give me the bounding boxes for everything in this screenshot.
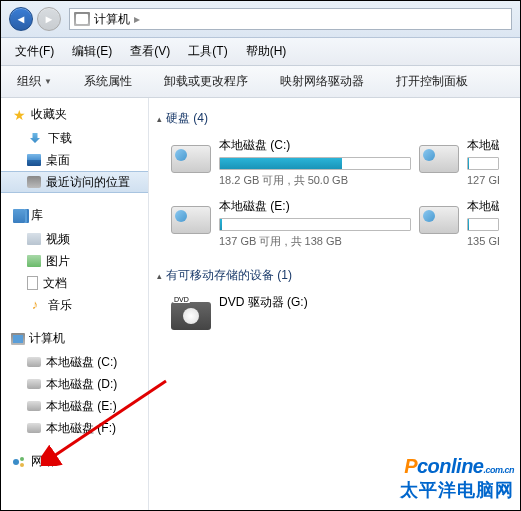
sidebar-item-drive-d[interactable]: 本地磁盘 (D:) <box>1 373 148 395</box>
drive-dvd[interactable]: DVD 驱动器 (G:) <box>171 294 411 332</box>
svg-point-1 <box>20 457 24 461</box>
sidebar-item-downloads[interactable]: 下载 <box>1 127 148 149</box>
dvd-drive-icon <box>171 302 211 330</box>
documents-icon <box>27 276 38 290</box>
sidebar-network-header[interactable]: 网络 <box>1 451 148 474</box>
menu-tools[interactable]: 工具(T) <box>180 41 235 62</box>
sidebar-item-drive-e[interactable]: 本地磁盘 (E:) <box>1 395 148 417</box>
star-icon: ★ <box>11 107 27 123</box>
recent-places-icon <box>27 176 41 188</box>
sidebar-item-desktop[interactable]: 桌面 <box>1 149 148 171</box>
sidebar-favorites-header[interactable]: ★ 收藏夹 <box>1 104 148 127</box>
libraries-icon <box>11 208 27 224</box>
drive-c[interactable]: 本地磁盘 (C:) 18.2 GB 可用 , 共 50.0 GB <box>171 137 411 188</box>
content-pane: ▴ 硬盘 (4) 本地磁盘 (C:) 18.2 GB 可用 , 共 50.0 G… <box>149 98 520 510</box>
videos-icon <box>27 233 41 245</box>
sidebar-item-drive-f[interactable]: 本地磁盘 (F:) <box>1 417 148 439</box>
sidebar-item-videos[interactable]: 视频 <box>1 228 148 250</box>
download-icon <box>27 130 43 146</box>
sidebar-computer-header[interactable]: 计算机 <box>1 328 148 351</box>
sidebar-item-documents[interactable]: 文档 <box>1 272 148 294</box>
drive-icon <box>27 379 41 389</box>
sidebar-item-drive-c[interactable]: 本地磁盘 (C:) <box>1 351 148 373</box>
desktop-icon <box>27 154 41 166</box>
computer-icon <box>74 12 90 26</box>
usage-bar <box>219 157 411 170</box>
hard-drive-icon <box>419 145 459 173</box>
drive-f[interactable]: 本地磁盘 (F:) 135 GB 可用 <box>419 198 499 249</box>
menu-view[interactable]: 查看(V) <box>122 41 178 62</box>
drive-icon <box>27 401 41 411</box>
drive-icon <box>27 423 41 433</box>
music-icon: ♪ <box>27 297 43 313</box>
sidebar-item-pictures[interactable]: 图片 <box>1 250 148 272</box>
usage-bar <box>467 218 499 231</box>
network-icon <box>11 454 27 470</box>
system-properties-button[interactable]: 系统属性 <box>76 70 140 93</box>
menu-edit[interactable]: 编辑(E) <box>64 41 120 62</box>
sidebar-item-recent[interactable]: 最近访问的位置 <box>1 171 148 193</box>
pictures-icon <box>27 255 41 267</box>
chevron-down-icon: ▼ <box>44 77 52 86</box>
section-removable[interactable]: ▴ 有可移动存储的设备 (1) <box>157 263 520 288</box>
collapse-icon: ▴ <box>157 114 162 124</box>
uninstall-programs-button[interactable]: 卸载或更改程序 <box>156 70 256 93</box>
collapse-icon: ▴ <box>157 271 162 281</box>
toolbar: 组织 ▼ 系统属性 卸载或更改程序 映射网络驱动器 打开控制面板 <box>1 66 520 98</box>
menu-bar: 文件(F) 编辑(E) 查看(V) 工具(T) 帮助(H) <box>1 38 520 66</box>
map-network-drive-button[interactable]: 映射网络驱动器 <box>272 70 372 93</box>
hard-drive-icon <box>171 145 211 173</box>
drive-icon <box>27 357 41 367</box>
navigation-sidebar: ★ 收藏夹 下载 桌面 最近访问的位置 <box>1 98 149 510</box>
menu-file[interactable]: 文件(F) <box>7 41 62 62</box>
hard-drive-icon <box>171 206 211 234</box>
usage-bar <box>467 157 499 170</box>
computer-icon <box>11 333 25 345</box>
drive-d[interactable]: 本地磁盘 (D:) 127 GB 可用 <box>419 137 499 188</box>
breadcrumb-item[interactable]: 计算机 <box>94 11 130 28</box>
hard-drive-icon <box>419 206 459 234</box>
address-bar: ◄ ► 计算机 ▸ <box>1 1 520 38</box>
breadcrumb[interactable]: 计算机 ▸ <box>69 8 512 30</box>
nav-back-button[interactable]: ◄ <box>9 7 33 31</box>
menu-help[interactable]: 帮助(H) <box>238 41 295 62</box>
open-control-panel-button[interactable]: 打开控制面板 <box>388 70 476 93</box>
usage-bar <box>219 218 411 231</box>
sidebar-libraries-header[interactable]: 库 <box>1 205 148 228</box>
sidebar-item-music[interactable]: ♪ 音乐 <box>1 294 148 316</box>
svg-point-0 <box>13 459 19 465</box>
organize-button[interactable]: 组织 ▼ <box>9 70 60 93</box>
chevron-right-icon[interactable]: ▸ <box>134 12 140 26</box>
drive-e[interactable]: 本地磁盘 (E:) 137 GB 可用 , 共 138 GB <box>171 198 411 249</box>
svg-point-2 <box>20 463 24 467</box>
section-hard-disks[interactable]: ▴ 硬盘 (4) <box>157 106 520 131</box>
nav-forward-button[interactable]: ► <box>37 7 61 31</box>
